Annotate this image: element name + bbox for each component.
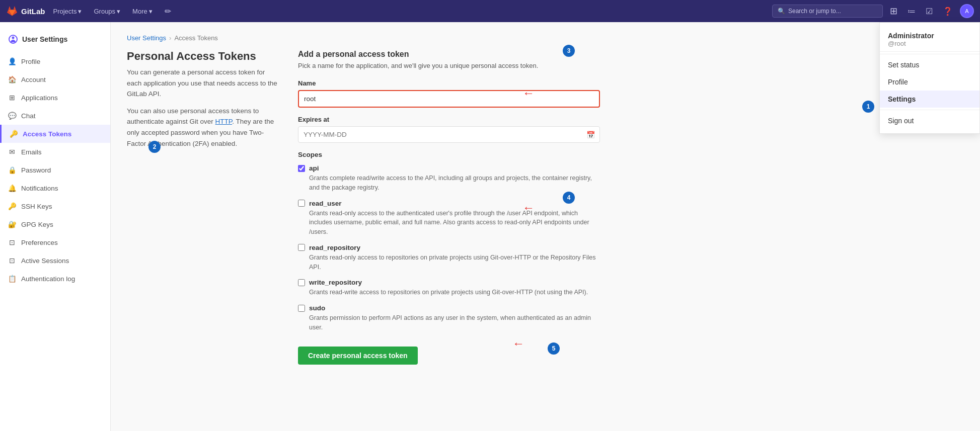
ssh-key-icon: 🔑 bbox=[8, 202, 16, 210]
scope-sudo-row: sudo bbox=[298, 304, 600, 312]
sidebar-label-account: Account bbox=[21, 76, 46, 83]
sidebar-title: User Settings bbox=[22, 35, 67, 43]
sidebar-label-auth-log: Authentication log bbox=[21, 275, 75, 283]
preferences-icon: ⊡ bbox=[8, 238, 16, 246]
gpg-key-icon: 🔐 bbox=[8, 220, 16, 228]
gitlab-logo-text: GitLab bbox=[21, 7, 45, 16]
page-layout: User Settings 👤 Profile 🏠 Account ⊞ Appl… bbox=[0, 22, 980, 431]
scope-read-user-checkbox[interactable] bbox=[298, 200, 305, 207]
sidebar-item-account[interactable]: 🏠 Account bbox=[0, 70, 110, 89]
merge-request-btn[interactable]: ≔ bbox=[904, 4, 919, 19]
sidebar-item-applications[interactable]: ⊞ Applications bbox=[0, 89, 110, 107]
sidebar-label-chat: Chat bbox=[21, 112, 36, 120]
dropdown-handle: @root bbox=[888, 40, 971, 47]
chevron-down-icon: ▾ bbox=[149, 8, 153, 15]
sidebar-item-ssh-keys[interactable]: 🔑 SSH Keys bbox=[0, 197, 110, 215]
applications-icon: ⊞ bbox=[8, 94, 16, 102]
scope-write-repository-checkbox[interactable] bbox=[298, 279, 305, 286]
pencil-icon-btn[interactable]: ✏ bbox=[161, 5, 175, 18]
more-menu-btn[interactable]: More ▾ bbox=[128, 6, 157, 17]
scope-read-user-desc: Grants read-only access to the authentic… bbox=[298, 209, 600, 237]
scope-read-user-label[interactable]: read_user bbox=[309, 200, 342, 207]
sidebar-label-notifications: Notifications bbox=[21, 185, 58, 192]
account-icon: 🏠 bbox=[8, 75, 16, 83]
svg-point-1 bbox=[12, 37, 15, 39]
scope-sudo-checkbox[interactable] bbox=[298, 305, 305, 312]
groups-menu-btn[interactable]: Groups ▾ bbox=[90, 6, 124, 17]
scope-api-desc: Grants complete read/write access to the… bbox=[298, 174, 600, 193]
sidebar-label-preferences: Preferences bbox=[21, 239, 58, 246]
arrow-to-submit: ← bbox=[512, 336, 524, 351]
description-1: You can generate a personal access token… bbox=[127, 67, 278, 100]
todo-btn[interactable]: ☑ bbox=[923, 4, 936, 19]
sidebar-item-access-tokens[interactable]: 🔑 Access Tokens bbox=[0, 125, 110, 143]
scope-read-repository-label[interactable]: read_repository bbox=[309, 244, 360, 251]
scope-write-repository-row: write_repository bbox=[298, 279, 600, 286]
main-content: User Settings › Access Tokens Personal A… bbox=[111, 22, 980, 431]
dropdown-username: Administrator bbox=[888, 32, 971, 40]
gitlab-logo[interactable]: GitLab bbox=[6, 5, 45, 17]
user-avatar-btn[interactable]: A bbox=[960, 4, 974, 18]
dropdown-profile[interactable]: Profile bbox=[880, 73, 979, 91]
projects-menu-btn[interactable]: Projects ▾ bbox=[49, 6, 86, 17]
sidebar-item-preferences[interactable]: ⊡ Preferences bbox=[0, 233, 110, 251]
dropdown-settings[interactable]: Settings bbox=[880, 91, 979, 108]
scope-read-repository-desc: Grants read-only access to repositories … bbox=[298, 253, 600, 272]
sidebar-label-access-tokens: Access Tokens bbox=[23, 130, 71, 138]
name-input[interactable] bbox=[298, 90, 600, 108]
help-btn[interactable]: ❓ bbox=[940, 4, 956, 19]
new-item-btn[interactable]: ⊞ bbox=[887, 3, 900, 20]
form-section-title: Add a personal access token bbox=[298, 50, 600, 59]
user-dropdown-menu: Administrator @root Set status Profile S… bbox=[879, 22, 980, 134]
scope-api-checkbox[interactable] bbox=[298, 165, 305, 172]
sidebar-item-password[interactable]: 🔒 Password bbox=[0, 161, 110, 179]
sidebar-header: User Settings bbox=[0, 30, 110, 52]
sidebar-label-ssh-keys: SSH Keys bbox=[21, 203, 52, 210]
scope-sudo: sudo Grants permission to perform API ac… bbox=[298, 304, 600, 332]
scope-write-repository-label[interactable]: write_repository bbox=[309, 279, 362, 286]
search-bar[interactable]: 🔍 Search or jump to... bbox=[772, 5, 883, 18]
scope-write-repository-desc: Grants read-write access to repositories… bbox=[298, 288, 600, 297]
sidebar-label-emails: Emails bbox=[21, 148, 42, 156]
dropdown-sign-out[interactable]: Sign out bbox=[880, 112, 979, 129]
dropdown-set-status[interactable]: Set status bbox=[880, 56, 979, 73]
expires-form-group: Expires at 📅 bbox=[298, 116, 600, 143]
scope-read-repository-row: read_repository bbox=[298, 244, 600, 251]
right-form: Add a personal access token Pick a name … bbox=[298, 50, 600, 365]
sidebar-item-gpg-keys[interactable]: 🔐 GPG Keys bbox=[0, 215, 110, 233]
create-token-button[interactable]: Create personal access token bbox=[298, 347, 418, 365]
scope-write-repository: write_repository Grants read-write acces… bbox=[298, 279, 600, 297]
http-link[interactable]: HTTP bbox=[215, 118, 233, 125]
scope-api: api Grants complete read/write access to… bbox=[298, 164, 600, 193]
scope-sudo-desc: Grants permission to perform API actions… bbox=[298, 313, 600, 332]
chat-icon: 💬 bbox=[8, 112, 16, 120]
scope-api-row: api bbox=[298, 164, 600, 172]
annotation-badge-5: 5 bbox=[548, 342, 560, 355]
auth-log-icon: 📋 bbox=[8, 275, 16, 283]
sidebar-item-emails[interactable]: ✉ Emails bbox=[0, 143, 110, 161]
scope-sudo-label[interactable]: sudo bbox=[309, 304, 325, 312]
chevron-down-icon: ▾ bbox=[78, 8, 82, 15]
scope-read-repository-checkbox[interactable] bbox=[298, 244, 305, 251]
search-placeholder: Search or jump to... bbox=[788, 8, 841, 15]
expires-label: Expires at bbox=[298, 116, 600, 123]
sidebar-item-profile[interactable]: 👤 Profile bbox=[0, 52, 110, 70]
lock-icon: 🔒 bbox=[8, 166, 16, 174]
name-label: Name bbox=[298, 79, 600, 87]
scopes-label: Scopes bbox=[298, 151, 600, 158]
scope-api-label[interactable]: api bbox=[309, 164, 319, 172]
breadcrumb-separator: › bbox=[169, 34, 171, 42]
sidebar-item-chat[interactable]: 💬 Chat bbox=[0, 107, 110, 125]
description-2: You can also use personal access tokens … bbox=[127, 106, 278, 149]
sidebar-item-notifications[interactable]: 🔔 Notifications bbox=[0, 179, 110, 197]
expires-input[interactable] bbox=[298, 126, 600, 143]
breadcrumb-parent[interactable]: User Settings bbox=[127, 34, 166, 42]
sidebar-label-active-sessions: Active Sessions bbox=[21, 257, 69, 265]
sidebar-label-gpg-keys: GPG Keys bbox=[21, 221, 53, 228]
scopes-form-group: Scopes api Grants complete read/write ac… bbox=[298, 151, 600, 332]
form-subtitle: Pick a name for the application, and we'… bbox=[298, 62, 600, 69]
sidebar-item-active-sessions[interactable]: ⊡ Active Sessions bbox=[0, 251, 110, 270]
chevron-down-icon: ▾ bbox=[117, 8, 120, 15]
sidebar-item-auth-log[interactable]: 📋 Authentication log bbox=[0, 270, 110, 288]
breadcrumb-current: Access Tokens bbox=[174, 34, 217, 42]
